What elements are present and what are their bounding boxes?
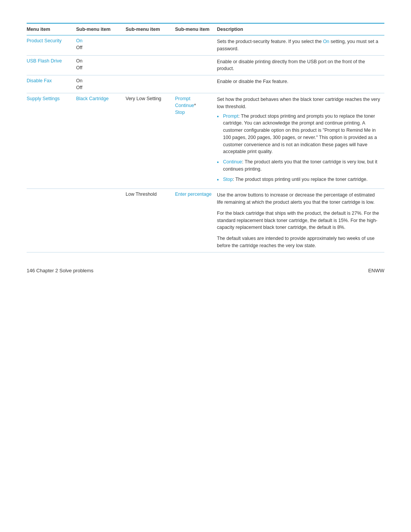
submenu3-product-security [175, 35, 217, 56]
submenu3-supply-low: Enter percentage [175, 189, 217, 252]
submenu1-product-security: On Off [76, 35, 126, 56]
submenu2-product-security [126, 35, 175, 56]
header-description: Description [217, 23, 384, 35]
submenu3-supply: Prompt Continue* Stop [175, 93, 217, 189]
page-footer: 146 Chapter 2 Solve problems ENWW [27, 268, 384, 273]
footer-left: 146 Chapter 2 Solve problems [27, 268, 94, 273]
menu-item-product-security: Product Security [27, 35, 76, 56]
header-sub3: Sub-menu item [175, 23, 217, 35]
submenu2-supply-low: Low Threshold [126, 189, 175, 252]
desc-product-security: Sets the product-security feature. If yo… [217, 35, 384, 56]
desc-fax: Enable or disable the Fax feature. [217, 75, 384, 93]
submenu2-usb [126, 55, 175, 75]
desc-usb: Enable or disable printing directly from… [217, 55, 384, 75]
menu-item-supply-low [27, 189, 76, 252]
table-row: Product Security On Off Sets the product… [27, 35, 384, 56]
table-row: Low Threshold Enter percentage Use the a… [27, 189, 384, 252]
bullet-item-prompt: Prompt: The product stops printing and p… [217, 113, 381, 156]
desc-supply-low: Use the arrow buttons to increase or dec… [217, 189, 384, 252]
header-sub2: Sub-menu item [126, 23, 175, 35]
table-row: USB Flash Drive On Off Enable or disable… [27, 55, 384, 75]
submenu1-fax: On Off [76, 75, 126, 93]
menu-item-fax: Disable Fax [27, 75, 76, 93]
menu-item-usb: USB Flash Drive [27, 55, 76, 75]
table-row: Supply Settings Black Cartridge Very Low… [27, 93, 384, 189]
submenu2-supply: Very Low Setting [126, 93, 175, 189]
bullet-item-stop: Stop: The product stops printing until y… [217, 176, 381, 183]
table-row: Disable Fax On Off Enable or disable the… [27, 75, 384, 93]
submenu1-usb: On Off [76, 55, 126, 75]
submenu3-fax [175, 75, 217, 93]
header-sub1: Sub-menu item [76, 23, 126, 35]
main-table: Menu item Sub-menu item Sub-menu item Su… [27, 23, 384, 252]
bullet-item-continue: Continue: The product alerts you that th… [217, 158, 381, 173]
footer-right: ENWW [368, 268, 384, 273]
menu-item-supply: Supply Settings [27, 93, 76, 189]
desc-supply: Set how the product behaves when the bla… [217, 93, 384, 189]
submenu2-fax [126, 75, 175, 93]
submenu3-usb [175, 55, 217, 75]
submenu1-supply: Black Cartridge [76, 93, 126, 189]
header-menu-item: Menu item [27, 23, 76, 35]
submenu1-supply-low [76, 189, 126, 252]
bullet-list-supply: Prompt: The product stops printing and p… [217, 113, 381, 183]
